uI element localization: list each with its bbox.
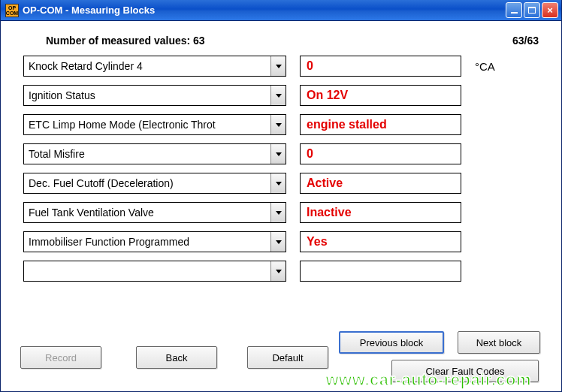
window-buttons: × [506,2,558,18]
close-icon: × [547,5,553,15]
chevron-down-icon [276,65,282,68]
parameter-label: Immobiliser Function Programmed [24,232,270,252]
default-button[interactable]: Default [247,346,328,369]
measurement-row [23,261,539,282]
maximize-icon [528,7,536,14]
client-area: Number of measured values: 63 63/63 Knoc… [1,21,561,391]
value-display: On 12V [300,85,461,106]
value-display: Yes [300,231,461,252]
value-display: 0 [300,143,461,164]
value-display: Inactive [300,202,461,223]
header-row: Number of measured values: 63 63/63 [16,35,546,47]
parameter-select[interactable] [23,261,286,282]
parameter-select[interactable]: Ignition Status [23,85,286,106]
measurement-row: Knock Retard Cylinder 4 0 °CA [23,56,539,77]
dropdown-button[interactable] [270,56,286,76]
chevron-down-icon [276,94,282,98]
measurement-row: ETC Limp Home Mode (Electronic Throt eng… [23,114,539,135]
chevron-down-icon [276,182,282,185]
clear-fault-codes-button[interactable]: Clear Fault Codes [391,360,539,382]
parameter-select[interactable]: Knock Retard Cylinder 4 [23,56,286,77]
app-window: OP COM OP-COM - Mesauring Blocks × Numbe… [0,0,562,392]
parameter-label: Ignition Status [24,86,270,105]
parameter-label: Dec. Fuel Cutoff (Deceleration) [24,173,270,193]
previous-block-button[interactable]: Previous block [339,331,444,354]
chevron-down-icon [276,123,282,127]
dropdown-button[interactable] [270,115,286,134]
chevron-down-icon [276,240,282,244]
back-button[interactable]: Back [136,346,217,369]
dropdown-button[interactable] [270,232,286,252]
next-block-button[interactable]: Next block [458,331,540,354]
parameter-select[interactable]: Dec. Fuel Cutoff (Deceleration) [23,173,286,194]
dropdown-button[interactable] [270,261,286,281]
parameter-label: ETC Limp Home Mode (Electronic Throt [24,115,270,134]
maximize-button[interactable] [524,2,540,18]
measurement-rows: Knock Retard Cylinder 4 0 °CA Ignition S… [16,56,546,282]
minimize-icon [511,12,518,14]
measured-count-label: Number of measured values: 63 [46,35,205,47]
measurement-row: Dec. Fuel Cutoff (Deceleration) Active [23,173,539,194]
dropdown-button[interactable] [270,144,286,164]
titlebar: OP COM OP-COM - Mesauring Blocks × [1,0,561,21]
minimize-button[interactable] [506,2,522,18]
value-display: engine stalled [300,114,461,135]
parameter-label: Knock Retard Cylinder 4 [24,56,270,76]
parameter-select[interactable]: Immobiliser Function Programmed [23,231,286,252]
parameter-select[interactable]: Total Misfire [23,143,286,164]
measurement-row: Fuel Tank Ventilation Valve Inactive [23,202,539,223]
unit-label: °CA [475,60,520,73]
parameter-label: Total Misfire [24,144,270,164]
dropdown-button[interactable] [270,203,286,222]
parameter-label: Fuel Tank Ventilation Valve [24,203,270,222]
value-display: 0 [300,56,461,77]
button-area: Record Back Default Previous block Next … [16,330,546,382]
chevron-down-icon [276,270,282,273]
chevron-down-icon [276,211,282,215]
value-display: Active [300,173,461,194]
window-title: OP-COM - Mesauring Blocks [23,5,506,16]
parameter-select[interactable]: ETC Limp Home Mode (Electronic Throt [23,114,286,135]
close-button[interactable]: × [542,2,558,18]
measurement-row: Ignition Status On 12V [23,85,539,106]
record-button: Record [20,346,101,369]
parameter-label [24,261,270,281]
parameter-select[interactable]: Fuel Tank Ventilation Valve [23,202,286,223]
measurement-row: Total Misfire 0 [23,143,539,164]
dropdown-button[interactable] [270,173,286,193]
app-icon: OP COM [5,4,19,17]
dropdown-button[interactable] [270,86,286,105]
value-display [300,261,461,282]
page-counter: 63/63 [512,35,539,47]
measurement-row: Immobiliser Function Programmed Yes [23,231,539,252]
chevron-down-icon [276,152,282,156]
